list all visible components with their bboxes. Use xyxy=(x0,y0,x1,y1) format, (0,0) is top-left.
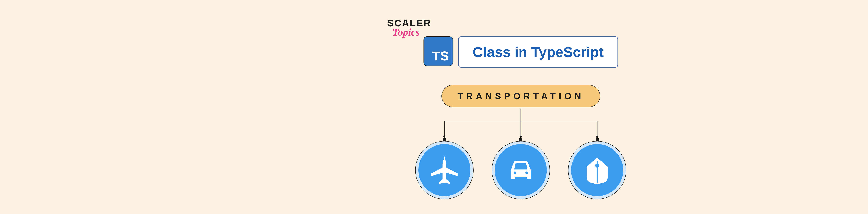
svg-point-11 xyxy=(514,172,516,174)
child-node-ship xyxy=(568,141,626,199)
svg-point-12 xyxy=(526,172,528,174)
diagram-root-node: TRANSPORTATION xyxy=(441,85,600,107)
scaler-topics-logo: SCALER Topics xyxy=(387,17,431,38)
diagram-children xyxy=(415,141,626,199)
svg-rect-10 xyxy=(596,138,598,142)
typescript-badge-text: TS xyxy=(432,49,449,63)
header-bar: TS Class in TypeScript xyxy=(424,36,618,68)
airplane-icon xyxy=(428,154,461,187)
svg-point-14 xyxy=(595,164,599,168)
svg-point-5 xyxy=(443,136,445,138)
child-node-car xyxy=(492,141,550,199)
svg-rect-6 xyxy=(443,138,446,142)
car-icon xyxy=(504,154,537,187)
diagram-connectors xyxy=(424,109,618,142)
svg-point-7 xyxy=(520,136,522,138)
page-title: Class in TypeScript xyxy=(473,44,604,60)
svg-rect-8 xyxy=(519,138,522,142)
svg-point-9 xyxy=(596,136,598,138)
ship-icon xyxy=(581,154,614,187)
title-box: Class in TypeScript xyxy=(458,36,618,68)
diagram-root-label: TRANSPORTATION xyxy=(458,91,584,101)
child-node-airplane xyxy=(415,141,473,199)
typescript-badge: TS xyxy=(424,36,453,66)
